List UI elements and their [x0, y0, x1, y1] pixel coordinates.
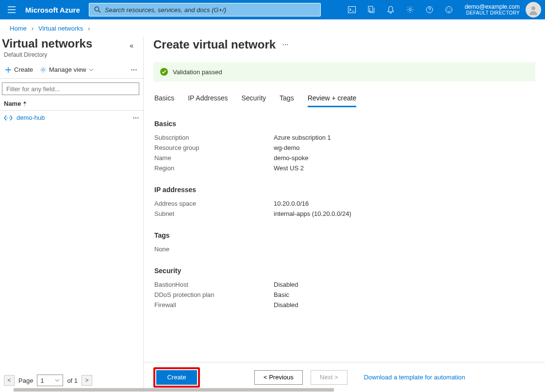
- tab-ip-addresses[interactable]: IP Addresses: [188, 94, 228, 107]
- directory-switch-icon[interactable]: [362, 0, 381, 19]
- horizontal-scrollbar[interactable]: [0, 388, 545, 392]
- download-template-link[interactable]: Download a template for automation: [364, 374, 465, 381]
- chevron-right-icon: ›: [32, 25, 33, 32]
- account-directory: DEFAULT DIRECTORY: [466, 10, 520, 16]
- column-name-header[interactable]: Name: [4, 100, 21, 107]
- cloud-shell-icon[interactable]: [342, 0, 362, 19]
- label-address-space: Address space: [154, 200, 274, 207]
- value-region: West US 2: [274, 164, 304, 172]
- manage-view-label: Manage view: [49, 66, 86, 73]
- section-ip-heading: IP addresses: [154, 186, 534, 194]
- hamburger-icon: [8, 6, 16, 13]
- pager-page-label: Page: [18, 377, 33, 384]
- svg-point-10: [42, 68, 44, 70]
- previous-button[interactable]: < Previous: [254, 370, 303, 385]
- label-resource-group: Resource group: [154, 144, 274, 151]
- value-name: demo-spoke: [274, 154, 309, 162]
- section-security-heading: Security: [154, 267, 534, 275]
- value-bastion: Disabled: [274, 281, 298, 288]
- validation-banner: Validation passed: [153, 62, 535, 82]
- svg-point-12: [9, 117, 10, 118]
- filter-input[interactable]: [2, 82, 139, 95]
- svg-line-1: [99, 11, 100, 13]
- settings-icon[interactable]: [400, 0, 420, 19]
- value-firewall: Disabled: [274, 301, 298, 309]
- section-basics-heading: Basics: [154, 120, 534, 128]
- pager-next-button[interactable]: >: [82, 375, 92, 386]
- svg-rect-2: [348, 7, 356, 13]
- breadcrumb: Home › Virtual networks ›: [0, 19, 545, 37]
- account-email: demo@example.com: [464, 3, 520, 10]
- pager-prev-button[interactable]: <: [4, 375, 15, 386]
- row-more-button[interactable]: ···: [133, 114, 139, 121]
- global-search[interactable]: Search resources, services, and docs (G+…: [89, 3, 321, 16]
- validation-message: Validation passed: [173, 68, 222, 76]
- section-tags-heading: Tags: [154, 231, 534, 239]
- breadcrumb-vnets[interactable]: Virtual networks: [38, 25, 83, 32]
- value-subnet: internal-apps (10.20.0.0/24): [274, 210, 351, 217]
- label-ddos: DDoS protection plan: [154, 291, 274, 298]
- pager-of-label: of 1: [67, 377, 78, 384]
- list-blade-subtitle: Default Directory: [2, 50, 92, 58]
- help-icon[interactable]: [420, 0, 439, 19]
- brand-logo[interactable]: Microsoft Azure: [23, 6, 87, 14]
- manage-view-button[interactable]: Manage view: [40, 66, 94, 73]
- svg-rect-3: [368, 6, 373, 12]
- notifications-icon[interactable]: [381, 0, 400, 19]
- sort-asc-icon: [23, 101, 27, 106]
- collapse-pane-button[interactable]: «: [130, 37, 133, 49]
- check-circle-icon: [160, 68, 168, 76]
- account-info[interactable]: demo@example.com DEFAULT DIRECTORY: [459, 3, 524, 16]
- svg-point-4: [409, 9, 412, 11]
- search-placeholder: Search resources, services, and docs (G+…: [105, 6, 226, 14]
- chevron-down-icon: [89, 68, 94, 71]
- toolbar-more-button[interactable]: ···: [131, 66, 137, 73]
- person-icon: [528, 4, 539, 15]
- svg-point-9: [531, 6, 535, 10]
- gear-icon: [40, 66, 47, 73]
- create-highlight-box: Create: [153, 367, 200, 388]
- tab-tags[interactable]: Tags: [280, 94, 294, 107]
- svg-point-0: [95, 7, 99, 11]
- search-icon: [94, 6, 101, 13]
- create-button[interactable]: Create: [5, 66, 33, 73]
- create-label: Create: [14, 66, 33, 73]
- vnet-icon: [4, 114, 13, 121]
- label-firewall: Firewall: [154, 301, 274, 309]
- tab-basics[interactable]: Basics: [154, 94, 174, 107]
- list-blade-title: Virtual networks: [2, 37, 92, 50]
- feedback-icon[interactable]: [439, 0, 459, 19]
- pager-page-value: 1: [40, 377, 44, 384]
- svg-point-7: [447, 9, 448, 10]
- create-submit-button[interactable]: Create: [156, 370, 197, 385]
- svg-point-8: [450, 9, 451, 10]
- svg-point-11: [7, 117, 8, 118]
- title-more-button[interactable]: ···: [282, 41, 289, 48]
- label-bastion: BastionHost: [154, 281, 274, 288]
- label-subnet: Subnet: [154, 210, 274, 217]
- label-name: Name: [154, 154, 274, 162]
- list-item[interactable]: demo-hub ···: [0, 111, 143, 125]
- value-subscription: Azure subscription 1: [274, 134, 331, 141]
- list-item-name: demo-hub: [17, 114, 45, 121]
- value-resource-group: wg-demo: [274, 144, 299, 151]
- value-address-space: 10.20.0.0/16: [274, 200, 309, 207]
- chevron-right-icon: ›: [88, 25, 90, 32]
- label-subscription: Subscription: [154, 134, 274, 141]
- chevron-down-icon: [55, 379, 60, 382]
- pager-page-select[interactable]: 1: [37, 375, 63, 386]
- svg-point-6: [446, 7, 452, 13]
- next-button: Next >: [311, 370, 347, 385]
- page-title: Create virtual network: [153, 38, 276, 51]
- value-ddos: Basic: [274, 291, 289, 298]
- breadcrumb-home[interactable]: Home: [10, 25, 27, 32]
- avatar[interactable]: [526, 2, 541, 17]
- tab-review-create[interactable]: Review + create: [308, 94, 357, 107]
- plus-icon: [5, 66, 12, 73]
- label-region: Region: [154, 164, 274, 172]
- tags-none: None: [154, 244, 534, 254]
- hamburger-menu[interactable]: [0, 0, 23, 19]
- tab-security[interactable]: Security: [241, 94, 266, 107]
